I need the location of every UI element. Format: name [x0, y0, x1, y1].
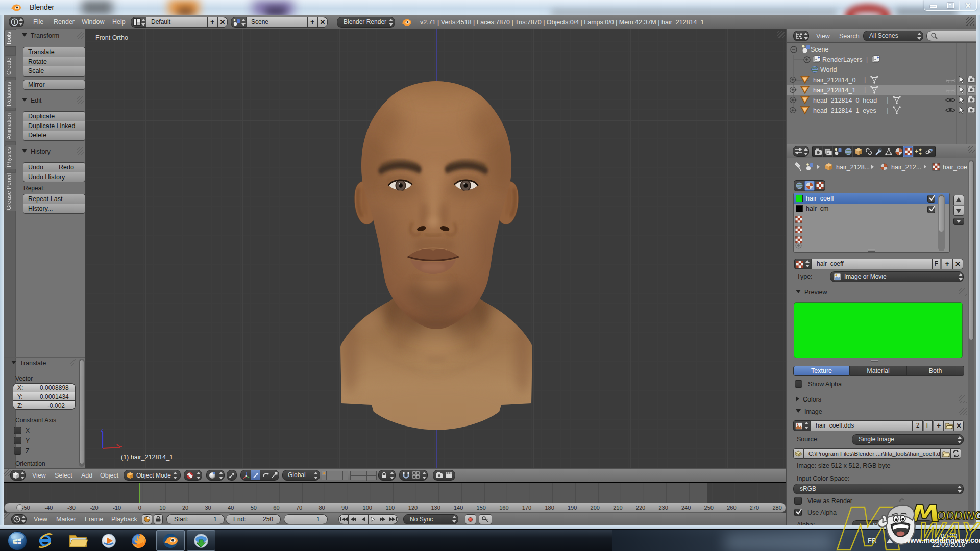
svg-text:|: |: [887, 96, 888, 104]
svg-text:|: |: [864, 86, 866, 93]
svg-text:hair_coe: hair_coe: [943, 164, 967, 171]
svg-text:z: z: [101, 427, 103, 433]
svg-text:|: |: [887, 106, 888, 114]
svg-text:|: |: [864, 76, 866, 83]
svg-text:i: i: [14, 19, 15, 25]
svg-text:hair_212...: hair_212...: [891, 164, 921, 171]
svg-text:hair_2128...: hair_2128...: [836, 164, 870, 171]
